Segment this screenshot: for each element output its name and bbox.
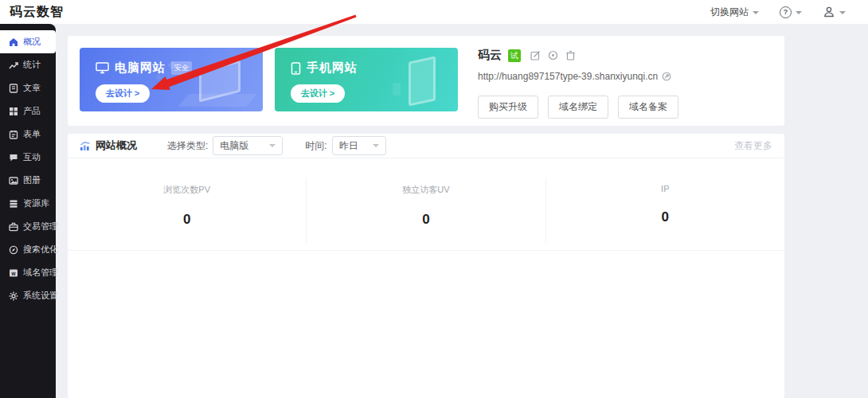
product-icon	[9, 107, 18, 116]
home-icon	[9, 37, 18, 47]
domain-record-button[interactable]: 域名备案	[618, 96, 678, 119]
sidebar-item-products[interactable]: 产品	[0, 100, 56, 123]
sidebar-item-label: 统计	[23, 59, 41, 71]
sidebar-item-trade[interactable]: 交易管理	[0, 215, 56, 238]
security-badge: 安全	[171, 61, 192, 75]
help-icon: ?	[780, 6, 792, 18]
user-menu[interactable]	[823, 6, 846, 18]
sidebar-item-interaction[interactable]: 互动	[0, 146, 56, 169]
stat-label: IP	[546, 184, 784, 193]
app-logo: 码云数智	[0, 4, 64, 21]
sidebar-item-label: 系统设置	[23, 290, 58, 302]
buy-upgrade-button[interactable]: 购买升级	[478, 96, 538, 119]
delete-icon[interactable]	[565, 50, 576, 60]
chevron-down-icon	[753, 11, 759, 14]
sidebar-item-label: 图册	[23, 174, 41, 186]
chart-icon	[80, 141, 91, 151]
stat-ip: IP 0	[545, 178, 784, 244]
sidebar-item-label: 域名管理	[23, 267, 58, 279]
overview-panel: 网站概况 选择类型: 电脑版 时间: 昨日 查看更多 浏览次数PV 0 独立访客…	[68, 134, 784, 398]
stat-label: 浏览次数PV	[68, 184, 306, 196]
site-name: 码云	[478, 48, 502, 63]
user-icon	[823, 6, 835, 18]
sidebar-item-label: 概况	[23, 36, 41, 48]
sidebar-item-domain[interactable]: w 域名管理	[0, 261, 56, 284]
refresh-icon[interactable]	[548, 50, 558, 60]
stat-value: 0	[307, 212, 545, 228]
form-icon	[9, 130, 18, 139]
trial-badge: 试	[508, 49, 521, 62]
switch-site-menu[interactable]: 切换网站	[710, 6, 759, 19]
sidebar-item-seo[interactable]: 搜索优化	[0, 238, 56, 261]
settings-icon	[9, 291, 18, 301]
site-url[interactable]: http://huang897157type-39.shanxiyunqi.cn	[478, 71, 658, 82]
sidebar-item-stats[interactable]: 统计	[0, 53, 56, 76]
phone-illustration	[409, 56, 436, 106]
time-filter-label: 时间:	[305, 139, 326, 153]
chevron-down-icon	[839, 11, 846, 14]
domain-icon: w	[9, 268, 18, 278]
monitor-icon	[96, 62, 109, 74]
type-filter-label: 选择类型:	[167, 139, 208, 153]
pc-card-title: 电脑网站	[115, 60, 166, 76]
mobile-card-title: 手机网站	[307, 60, 358, 76]
chevron-down-icon	[373, 144, 379, 147]
switch-site-label: 切换网站	[710, 6, 749, 19]
edit-icon[interactable]	[530, 50, 541, 60]
gallery-icon	[9, 176, 18, 185]
sidebar-item-settings[interactable]: 系统设置	[0, 284, 56, 307]
sidebar-item-overview[interactable]: 概况	[0, 30, 56, 53]
stat-value: 0	[68, 212, 306, 228]
time-select[interactable]: 昨日	[332, 136, 386, 155]
interact-icon	[9, 153, 18, 162]
library-icon	[9, 199, 18, 209]
mobile-site-card[interactable]: 手机网站 去设计 >	[275, 48, 458, 111]
stats-row: 浏览次数PV 0 独立访客UV 0 IP 0	[68, 178, 784, 244]
sidebar-item-label: 产品	[23, 105, 41, 117]
seo-icon	[9, 245, 18, 255]
sidebar-item-forms[interactable]: 表单	[0, 123, 56, 146]
overview-chart: 0	[68, 373, 784, 398]
sidebar-item-gallery[interactable]: 图册	[0, 169, 56, 192]
sidebar-item-label: 文章	[23, 82, 41, 94]
stat-pv: 浏览次数PV 0	[68, 178, 306, 244]
external-link-icon[interactable]	[662, 72, 671, 81]
site-panel: 电脑网站 安全 去设计 > 手机网站 去设计 > 码云 试 http://hua…	[68, 36, 784, 126]
stat-uv: 独立访客UV 0	[306, 178, 545, 244]
svg-text:w: w	[10, 270, 16, 275]
chevron-down-icon	[269, 144, 276, 147]
sidebar-nav: 概况 统计 文章 产品 表单 互动 图册 资源库 交易管理 搜索优化 w 域名管…	[0, 24, 56, 398]
phone-icon	[291, 62, 301, 75]
article-icon	[9, 84, 18, 93]
chevron-down-icon	[796, 11, 802, 14]
sidebar-item-label: 表单	[23, 128, 41, 140]
pc-site-card[interactable]: 电脑网站 安全 去设计 >	[80, 48, 263, 111]
domain-bind-button[interactable]: 域名绑定	[548, 96, 608, 119]
help-menu[interactable]: ?	[780, 6, 802, 18]
sidebar-item-label: 互动	[23, 151, 41, 163]
trade-icon	[9, 222, 18, 232]
pc-design-button[interactable]: 去设计 >	[96, 84, 150, 103]
mobile-design-button[interactable]: 去设计 >	[291, 84, 345, 103]
sidebar-item-resources[interactable]: 资源库	[0, 192, 56, 215]
sidebar-item-label: 交易管理	[23, 220, 58, 232]
view-more-link[interactable]: 查看更多	[734, 139, 772, 153]
type-select[interactable]: 电脑版	[213, 136, 283, 155]
site-info: 码云 试 http://huang897157type-39.shanxiyun…	[478, 48, 772, 119]
stat-label: 独立访客UV	[307, 184, 545, 196]
sidebar-item-label: 搜索优化	[23, 244, 58, 256]
stats-icon	[9, 60, 18, 70]
sidebar-item-label: 资源库	[23, 197, 49, 209]
sidebar-item-articles[interactable]: 文章	[0, 76, 56, 100]
top-header: 码云数智 切换网站 ?	[0, 0, 868, 24]
overview-title: 网站概况	[96, 139, 137, 153]
stat-value: 0	[546, 209, 784, 225]
